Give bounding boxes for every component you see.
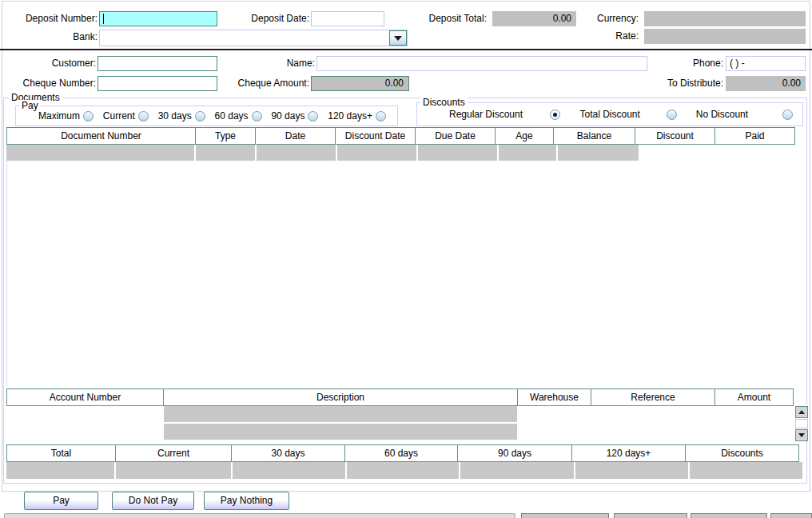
cheque-number-input[interactable]	[98, 76, 217, 91]
radio-60-days[interactable]: 60 days	[215, 110, 262, 122]
radio-total-discount[interactable]: Total Discount	[579, 109, 695, 120]
empty-cell	[164, 406, 519, 424]
dropdown-button[interactable]	[389, 30, 407, 46]
empty-cell	[721, 145, 802, 161]
column-header-120-days-plus[interactable]: 120 days+	[571, 444, 686, 462]
empty-cell	[6, 145, 196, 161]
radio-button-icon[interactable]	[667, 110, 677, 120]
to-distribute-field: 0.00	[726, 76, 806, 91]
cheque-number-label: Cheque Number:	[8, 76, 96, 91]
name-input[interactable]	[316, 56, 647, 71]
bottom-partial-button[interactable]	[691, 513, 767, 518]
column-header-discounts[interactable]: Discounts	[685, 444, 799, 462]
bottom-partial-button[interactable]	[770, 513, 812, 518]
scroll-up-button[interactable]	[795, 406, 808, 418]
column-header-due-date[interactable]: Due Date	[415, 127, 496, 145]
empty-cell	[593, 424, 718, 441]
radio-label: 60 days	[215, 110, 249, 122]
documents-table-body[interactable]	[6, 161, 807, 387]
phone-label: Phone:	[643, 56, 723, 71]
radio-no-discount[interactable]: No Discount	[696, 109, 793, 120]
column-header-paid[interactable]: Paid	[714, 127, 795, 145]
empty-cell	[196, 145, 257, 161]
to-distribute-label: To Distribute:	[643, 76, 723, 91]
column-header-description[interactable]: Description	[163, 388, 518, 406]
radio-regular-discount[interactable]: Regular Discount	[449, 109, 579, 120]
bottom-partial-button[interactable]	[614, 513, 687, 518]
empty-cell	[640, 145, 721, 161]
empty-cell	[418, 145, 499, 161]
radio-120-days-plus[interactable]: 120 days+	[328, 110, 386, 122]
deposit-number-input[interactable]	[99, 11, 217, 26]
deposit-date-label: Deposit Date:	[230, 11, 309, 26]
customer-input[interactable]	[98, 56, 217, 71]
radio-maximum[interactable]: Maximum	[38, 110, 94, 122]
deposit-date-input[interactable]	[311, 11, 384, 26]
column-header-discount[interactable]: Discount	[635, 127, 715, 145]
deposit-form-window: Deposit Number: Deposit Date: Deposit To…	[0, 0, 812, 518]
empty-cell	[6, 406, 164, 424]
radio-button-icon[interactable]	[550, 110, 560, 120]
pay-group-label: Pay	[19, 100, 41, 111]
pay-button[interactable]: Pay	[24, 492, 98, 510]
cheque-amount-field: 0.00	[311, 76, 409, 91]
column-header-30-days[interactable]: 30 days	[231, 444, 345, 462]
column-header-90-days[interactable]: 90 days	[457, 444, 572, 462]
empty-cell	[593, 406, 718, 424]
bank-combobox[interactable]	[99, 30, 408, 46]
column-header-age[interactable]: Age	[495, 127, 554, 145]
radio-button-icon[interactable]	[138, 111, 149, 122]
rate-field	[644, 29, 806, 44]
rate-label: Rate:	[561, 29, 639, 44]
discounts-groupbox: Discounts Regular Discount Total Discoun…	[416, 102, 803, 126]
radio-30-days[interactable]: 30 days	[158, 110, 205, 122]
name-label: Name:	[235, 56, 315, 71]
radio-button-icon[interactable]	[195, 111, 205, 122]
radio-current[interactable]: Current	[103, 110, 149, 122]
bottom-partial-panel[interactable]	[4, 513, 515, 518]
column-header-reference[interactable]: Reference	[591, 388, 715, 406]
column-header-balance[interactable]: Balance	[553, 127, 635, 145]
column-header-warehouse[interactable]: Warehouse	[517, 388, 591, 406]
distribution-scrollbar[interactable]	[795, 406, 808, 441]
radio-button-icon[interactable]	[782, 110, 793, 120]
column-header-total[interactable]: Total	[6, 444, 116, 462]
scrollbar-thumb[interactable]	[795, 419, 808, 428]
column-header-discount-date[interactable]: Discount Date	[335, 127, 416, 145]
documents-table-header: Document Number Type Date Discount Date …	[6, 127, 795, 145]
radio-label: 90 days	[271, 110, 304, 122]
distribution-table-row[interactable]	[6, 424, 797, 441]
radio-button-icon[interactable]	[308, 111, 318, 122]
radio-button-icon[interactable]	[376, 111, 386, 122]
pay-groupbox: Pay Maximum Current 30 days 60 days	[15, 106, 398, 126]
column-header-current[interactable]: Current	[115, 444, 232, 462]
column-header-amount[interactable]: Amount	[714, 388, 794, 406]
chevron-down-icon	[394, 36, 402, 41]
documents-table-empty-row[interactable]	[6, 145, 802, 161]
distribution-table-row[interactable]	[6, 406, 797, 424]
empty-cell	[6, 424, 164, 441]
distribution-table-header: Account Number Description Warehouse Ref…	[6, 388, 794, 406]
radio-label: Maximum	[38, 110, 80, 122]
aging-table-empty-row[interactable]	[6, 462, 804, 479]
radio-button-icon[interactable]	[83, 111, 94, 122]
empty-cell	[519, 406, 593, 424]
phone-input[interactable]: ( ) -	[726, 56, 806, 71]
radio-label: Current	[103, 110, 135, 122]
empty-cell	[575, 462, 690, 479]
column-header-60-days[interactable]: 60 days	[344, 444, 458, 462]
scroll-down-button[interactable]	[795, 429, 808, 441]
pay-nothing-button[interactable]: Pay Nothing	[204, 492, 289, 510]
bottom-partial-button[interactable]	[521, 513, 609, 518]
empty-cell	[499, 145, 558, 161]
column-header-account-number[interactable]: Account Number	[6, 388, 164, 406]
column-header-type[interactable]: Type	[195, 127, 256, 145]
empty-cell	[257, 145, 337, 161]
column-header-date[interactable]: Date	[255, 127, 336, 145]
arrow-down-icon	[798, 433, 805, 437]
column-header-document-number[interactable]: Document Number	[6, 127, 196, 145]
radio-button-icon[interactable]	[252, 111, 262, 122]
do-not-pay-button[interactable]: Do Not Pay	[112, 492, 194, 510]
radio-90-days[interactable]: 90 days	[271, 110, 318, 122]
bank-label: Bank:	[8, 30, 98, 45]
